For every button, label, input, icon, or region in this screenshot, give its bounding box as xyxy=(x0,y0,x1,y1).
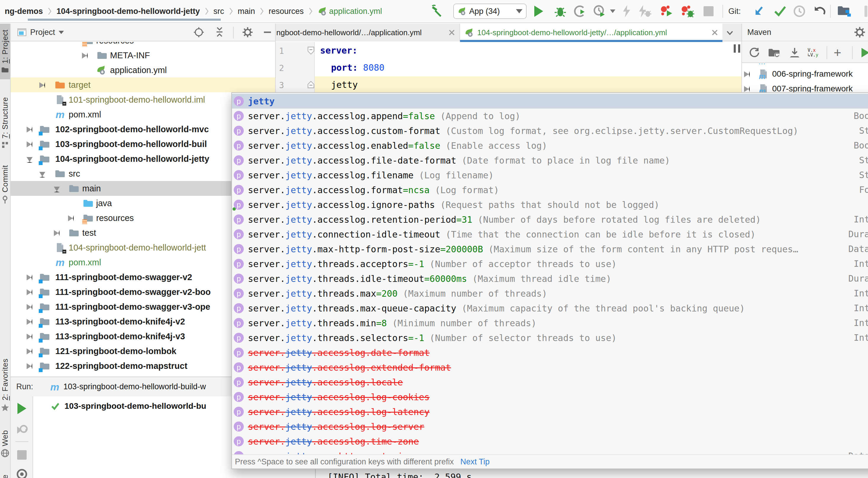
force-debug-icon[interactable] xyxy=(638,0,652,23)
maven-tree-row[interactable]: m006-spring-framework xyxy=(742,67,868,81)
project-structure-icon[interactable] xyxy=(837,0,851,23)
breadcrumb-item[interactable]: ng-demos xyxy=(5,7,43,16)
stripe-button-favorites[interactable]: 2: Favorites xyxy=(0,344,10,426)
close-icon[interactable] xyxy=(711,29,718,36)
stop-button[interactable] xyxy=(11,450,33,460)
hide-panel-button[interactable] xyxy=(262,24,273,41)
rerun-button[interactable] xyxy=(11,403,33,414)
fold-marker-icon[interactable] xyxy=(307,81,315,89)
tree-collapsed-icon[interactable] xyxy=(54,230,59,236)
tree-collapsed-icon[interactable] xyxy=(82,53,88,59)
completion-item[interactable]: pserver.jetty.accesslog.time-zone xyxy=(232,434,868,449)
add-icon[interactable]: + xyxy=(834,42,841,63)
breadcrumb-item[interactable]: main xyxy=(238,7,255,16)
editor-tab-active[interactable]: 104-springboot-demo-helloworld-jetty/…/a… xyxy=(460,24,722,41)
project-tree-row[interactable]: resources xyxy=(11,42,275,48)
fold-marker-icon[interactable] xyxy=(307,46,315,55)
tree-collapsed-icon[interactable] xyxy=(27,363,32,369)
tree-collapsed-icon[interactable] xyxy=(744,86,750,92)
chevron-down-icon[interactable] xyxy=(610,0,615,23)
completion-item[interactable]: pserver.jetty.max-http-post-sizeDataSize xyxy=(232,449,868,455)
project-tree-row[interactable]: target xyxy=(11,77,275,92)
project-tree-row[interactable]: META-INF xyxy=(11,48,275,63)
git-commit-button[interactable] xyxy=(773,0,787,23)
coverage-debug-icon[interactable] xyxy=(680,0,696,23)
completion-item[interactable]: pserver.jetty.accesslog.date-format xyxy=(232,345,868,360)
build-hammer-icon[interactable] xyxy=(430,0,443,23)
chevron-down-icon[interactable] xyxy=(725,29,734,37)
generate-sources-icon[interactable] xyxy=(768,42,780,63)
completion-item[interactable]: pserver.jetty.accesslog.log-server xyxy=(232,419,868,434)
run-tree-item[interactable]: 103-springboot-demo-helloworld-bu xyxy=(50,401,206,411)
tree-collapsed-icon[interactable] xyxy=(27,289,32,295)
completion-item[interactable]: pserver.jetty.threads.idle-timeout=60000… xyxy=(232,271,868,286)
tree-collapsed-icon[interactable] xyxy=(27,275,32,280)
scrollbar-thumb[interactable] xyxy=(28,19,221,21)
completion-item[interactable]: pserver.jetty.accesslog.format=ncsa (Log… xyxy=(232,183,868,197)
force-run-icon[interactable] xyxy=(621,0,632,23)
completion-item[interactable]: pserver.jetty.threads.selectors=-1 (Numb… xyxy=(232,330,868,345)
completion-item[interactable]: pserver.jetty.accesslog.append=false (Ap… xyxy=(232,108,868,123)
tree-collapsed-icon[interactable] xyxy=(27,319,32,325)
run-coverage-button[interactable] xyxy=(574,0,586,23)
download-sources-icon[interactable] xyxy=(789,42,801,63)
tree-expanded-icon[interactable] xyxy=(27,157,33,163)
project-panel-title[interactable]: Project xyxy=(30,28,55,37)
breadcrumb-item[interactable]: src xyxy=(214,7,224,16)
completion-item[interactable]: pserver.jetty.accesslog.log-latency xyxy=(232,404,868,419)
tree-expanded-icon[interactable] xyxy=(54,187,60,192)
git-rollback-button[interactable] xyxy=(813,0,827,23)
show-passed-icon[interactable] xyxy=(11,469,33,478)
completion-item[interactable]: pserver.jetty.accesslog.retention-period… xyxy=(232,212,868,227)
profiler-button[interactable] xyxy=(593,0,607,23)
run-maven-icon[interactable] xyxy=(862,42,868,63)
tree-collapsed-icon[interactable] xyxy=(27,348,32,354)
completion-item[interactable]: pserver.jetty.threads.min=8 (Minimum num… xyxy=(232,316,868,330)
run-configuration-select[interactable]: App (34) xyxy=(453,4,527,19)
toolbar-edge-icon[interactable] xyxy=(864,0,867,23)
completion-item[interactable]: pserver.jetty.accesslog.enabled=false (E… xyxy=(232,138,868,153)
rerun-failed-button[interactable] xyxy=(11,424,33,436)
run-button[interactable] xyxy=(534,0,543,23)
stripe-button-commit[interactable]: Commit xyxy=(0,162,10,207)
git-history-button[interactable] xyxy=(793,0,806,23)
completion-item[interactable]: pserver.jetty.threads.acceptors=-1 (Numb… xyxy=(232,256,868,271)
completion-item[interactable]: pserver.jetty.accesslog.log-cookies xyxy=(232,389,868,404)
completion-item[interactable]: pserver.jetty.accesslog.custom-format (C… xyxy=(232,123,868,138)
breadcrumb-item[interactable]: resources xyxy=(269,7,304,16)
completion-item[interactable]: pserver.jetty.threads.max-queue-capacity… xyxy=(232,301,868,316)
tree-collapsed-icon[interactable] xyxy=(744,71,750,77)
breadcrumb-item[interactable]: application.yml xyxy=(317,6,382,16)
tree-collapsed-icon[interactable] xyxy=(27,127,32,132)
completion-item[interactable]: pserver.jetty.max-http-form-post-size=20… xyxy=(232,242,868,256)
completion-item[interactable]: pserver.jetty.accesslog.extended-format xyxy=(232,360,868,375)
show-versions-icon[interactable]: V.x↳V.y xyxy=(808,42,818,63)
completion-item[interactable]: pserver.jetty.accesslog.locale xyxy=(232,375,868,389)
tree-collapsed-icon[interactable] xyxy=(68,215,74,221)
stripe-button-project[interactable]: 1: Project xyxy=(0,24,10,79)
completion-item[interactable]: pserver.jetty.connection-idle-timeout (T… xyxy=(232,227,868,242)
close-icon[interactable] xyxy=(448,29,455,36)
coverage-run-icon[interactable] xyxy=(660,0,675,23)
settings-gear-icon[interactable] xyxy=(854,26,866,38)
tree-expanded-icon[interactable] xyxy=(39,172,45,178)
tree-collapsed-icon[interactable] xyxy=(27,333,32,340)
tree-collapsed-icon[interactable] xyxy=(39,82,45,88)
project-tree-row[interactable]: application.yml xyxy=(11,63,275,77)
completion-item[interactable]: pserver.jetty.accesslog.filename (Log fi… xyxy=(232,168,868,183)
git-update-button[interactable] xyxy=(753,0,766,23)
breadcrumb-item[interactable]: 104-springboot-demo-helloworld-jetty xyxy=(57,7,200,16)
collapse-all-button[interactable] xyxy=(214,24,225,41)
stripe-button-structure[interactable]: 7: Structure xyxy=(0,92,10,154)
maven-tree-row[interactable]: m xyxy=(742,64,868,67)
tree-collapsed-icon[interactable] xyxy=(27,141,32,147)
completion-item[interactable]: pserver.jetty.threads.max=200 (Maximum n… xyxy=(232,286,868,301)
completion-item[interactable]: pserver.jetty.accesslog.file-date-format… xyxy=(232,153,868,168)
tree-collapsed-icon[interactable] xyxy=(27,304,32,310)
editor-tab[interactable]: ngboot-demo-helloworld/…/application.yml xyxy=(276,24,460,41)
completion-item[interactable]: pserver.jetty.accesslog.ignore-paths (Re… xyxy=(232,197,868,212)
settings-gear-icon[interactable] xyxy=(242,24,253,41)
next-tip-link[interactable]: Next Tip xyxy=(460,457,490,467)
stripe-button-ce[interactable]: ce xyxy=(0,467,10,478)
completion-item[interactable]: pjetty xyxy=(232,94,868,108)
